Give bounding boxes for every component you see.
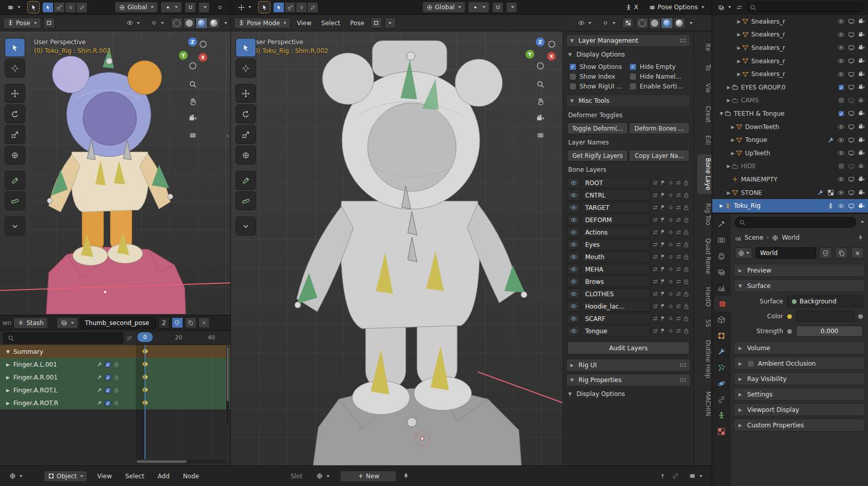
shading-wireframe[interactable] xyxy=(636,17,648,29)
layer-flag-icon[interactable] xyxy=(660,291,666,297)
modifier-icon[interactable] xyxy=(97,362,102,367)
axis-neg[interactable] xyxy=(189,62,196,69)
expand-triangle[interactable]: ▼ xyxy=(6,349,13,354)
outliner-row-mainempty[interactable]: MAINEMPTY xyxy=(712,173,868,186)
stash-button[interactable]: Stash xyxy=(13,317,48,329)
tab-physics[interactable] xyxy=(712,375,731,391)
layer-radio-icon[interactable] xyxy=(667,266,674,273)
tab-object[interactable] xyxy=(712,328,731,344)
tool-extra-dropdown[interactable] xyxy=(5,217,25,236)
strength-field[interactable]: 0.000 xyxy=(796,326,863,337)
strength-socket[interactable] xyxy=(787,329,792,334)
editor-type-button[interactable] xyxy=(5,471,27,482)
tab-rig-tools[interactable]: Rig Too xyxy=(697,200,712,229)
layer-link-icon[interactable] xyxy=(652,179,659,186)
ortho-toggle-icon[interactable] xyxy=(189,131,197,139)
layer-visibility-toggle[interactable] xyxy=(567,326,580,336)
layer-link-icon[interactable] xyxy=(652,241,659,248)
tab-render[interactable] xyxy=(712,232,731,248)
tool-rotate[interactable] xyxy=(236,104,256,123)
layer-flag-icon[interactable] xyxy=(660,217,666,223)
properties-filter-dropdown[interactable] xyxy=(861,221,864,223)
hide-eye-icon[interactable] xyxy=(838,123,844,130)
checkbox-show-index[interactable]: Show Index xyxy=(569,73,627,80)
snap-toggle[interactable] xyxy=(492,2,503,13)
tool-cursor[interactable] xyxy=(5,59,25,78)
layer-radio-icon[interactable] xyxy=(667,328,674,334)
disable-render-icon[interactable] xyxy=(858,150,865,156)
layer-visibility-toggle[interactable] xyxy=(567,227,580,238)
new-world-button[interactable] xyxy=(835,247,848,259)
layer-lock-icon[interactable] xyxy=(683,328,690,334)
layer-name[interactable]: Mouth xyxy=(582,251,650,262)
shader-type-dropdown[interactable]: Object xyxy=(44,471,87,482)
tab-view[interactable]: Vie xyxy=(697,80,712,97)
tab-modifiers[interactable] xyxy=(712,344,731,359)
expand-triangle[interactable]: ▶ xyxy=(6,362,13,367)
layer-move-icon[interactable] xyxy=(675,266,682,273)
select-mode-lasso[interactable] xyxy=(76,2,87,13)
layer-move-icon[interactable] xyxy=(675,192,682,199)
checkbox-hide-empty[interactable]: ✓Hide Empty xyxy=(629,63,688,70)
editor-type-button[interactable] xyxy=(234,2,256,13)
disable-viewport-icon[interactable] xyxy=(848,71,855,78)
disable-render-icon[interactable] xyxy=(858,44,865,51)
channel-row[interactable]: ▶ Finger.A.ROT.R ✓ xyxy=(0,397,230,409)
select-mode-lasso[interactable] xyxy=(307,2,318,13)
layer-radio-icon[interactable] xyxy=(667,204,674,211)
layer-lock-icon[interactable] xyxy=(683,229,690,236)
axis-x[interactable]: X xyxy=(198,53,207,62)
tool-scale[interactable] xyxy=(5,125,25,144)
outliner-row-upteeth[interactable]: ▶UpTeeth xyxy=(712,147,868,160)
mute-checkbox[interactable]: ✓ xyxy=(105,374,111,381)
layer-visibility-toggle[interactable] xyxy=(567,190,580,201)
expand-triangle[interactable]: ▶ xyxy=(6,401,13,406)
layer-move-icon[interactable] xyxy=(675,241,682,248)
outliner-display-mode-dropdown[interactable] xyxy=(716,2,733,13)
layer-radio-icon[interactable] xyxy=(667,179,674,186)
panel-viewport-display[interactable]: ▶Viewport Display xyxy=(734,403,865,416)
hide-eye-icon[interactable] xyxy=(838,203,844,209)
outliner-row-sneakers[interactable]: ▶Sneakers_r xyxy=(712,41,868,55)
layer-flag-icon[interactable] xyxy=(660,328,666,334)
layer-name[interactable]: Eyes xyxy=(582,239,650,250)
hide-eye-icon[interactable] xyxy=(838,137,844,143)
users-count-badge[interactable]: 2 xyxy=(158,317,170,329)
disable-viewport-icon[interactable] xyxy=(848,163,855,170)
channel-row[interactable]: ▶ Finger.A.ROT.L ✓ xyxy=(0,384,230,397)
layer-flag-icon[interactable] xyxy=(660,303,666,310)
outliner-row-stone[interactable]: ▶STONE xyxy=(712,186,868,200)
disable-render-icon[interactable] xyxy=(858,71,865,78)
panel-settings[interactable]: ▶Settings xyxy=(734,388,865,401)
outliner-search-input[interactable] xyxy=(746,2,864,12)
tab-edit[interactable]: Edi xyxy=(697,132,712,149)
outliner-row-teeth-collection[interactable]: ▼TEETH & Tongue✓ xyxy=(712,107,868,120)
disable-viewport-icon[interactable] xyxy=(848,44,855,51)
layer-move-icon[interactable] xyxy=(675,179,682,186)
snap-toggle[interactable] xyxy=(185,2,196,13)
panel-surface[interactable]: ▼Surface xyxy=(734,279,865,292)
panel-header-rig-properties[interactable]: ▼Rig Properties xyxy=(566,374,691,386)
texture-checker-icon[interactable] xyxy=(827,189,834,196)
layer-visibility-toggle[interactable] xyxy=(567,289,580,299)
shading-rendered[interactable] xyxy=(208,17,220,29)
tab-ss[interactable]: SS xyxy=(697,316,712,331)
outliner-row-toku-rig-selected[interactable]: ▶Toku_Rig xyxy=(712,199,868,212)
tab-hardops[interactable]: HardO xyxy=(697,283,712,310)
tab-object-data[interactable] xyxy=(712,407,731,423)
tab-tool[interactable] xyxy=(712,216,731,232)
color-field[interactable] xyxy=(796,311,854,322)
menu-select[interactable]: Select xyxy=(122,473,148,480)
tool-measure[interactable] xyxy=(5,191,25,210)
layer-name[interactable]: DEFORM xyxy=(582,214,650,225)
layer-link-icon[interactable] xyxy=(652,204,659,211)
menu-add[interactable]: Add xyxy=(154,473,173,480)
unlink-action-button[interactable] xyxy=(198,317,210,328)
layer-visibility-toggle[interactable] xyxy=(567,214,580,225)
layer-radio-icon[interactable] xyxy=(667,192,674,199)
expand-triangle[interactable]: ▶ xyxy=(6,388,13,393)
layer-lock-icon[interactable] xyxy=(683,204,690,211)
collection-checkbox[interactable] xyxy=(838,97,844,103)
action-name-field[interactable]: Thumb_second_pose xyxy=(80,317,156,329)
current-frame-badge[interactable]: 0 xyxy=(137,332,153,342)
